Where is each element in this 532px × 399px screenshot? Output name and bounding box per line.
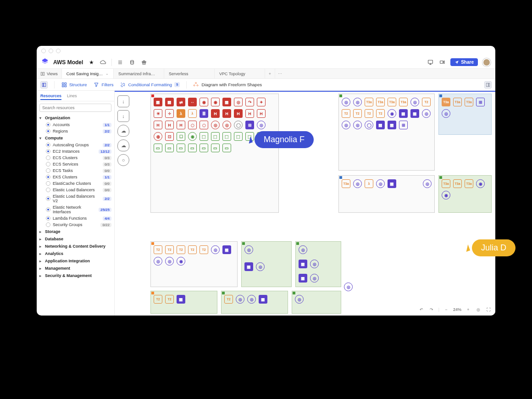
cursor-label: Julia D xyxy=(472,239,515,256)
resource-item[interactable]: Autoscaling Groups2/2 xyxy=(37,142,114,148)
stencil-download2-icon[interactable]: ↓ xyxy=(117,110,129,122)
zoom-out-icon[interactable]: − xyxy=(443,306,449,313)
resource-item[interactable]: ECS Tasks0/0 xyxy=(37,167,114,174)
tab-cost-saving[interactable]: Cost Saving Insig… ⌄ xyxy=(62,69,114,78)
diagram-mode-button[interactable]: Diagram with Freeform Shapes xyxy=(193,82,261,88)
add-tab-button[interactable]: + xyxy=(265,69,275,78)
stencil-download-icon[interactable]: ↓ xyxy=(117,95,129,107)
video-icon[interactable] xyxy=(438,59,446,66)
resource-item[interactable]: Elastic Load Balancers0/0 xyxy=(37,187,114,193)
group-header[interactable]: ▾Compute xyxy=(37,134,114,142)
cluster-green-small[interactable]: T3aT3aT3a ◉◉ xyxy=(438,175,492,213)
resource-item[interactable]: Security Groups0/22 xyxy=(37,222,114,228)
star-icon[interactable]: ★ xyxy=(88,59,95,66)
fit-icon[interactable]: ◎ xyxy=(475,306,482,313)
views-toggle[interactable]: Views xyxy=(37,69,62,78)
visibility-toggle-icon[interactable] xyxy=(46,196,50,201)
cluster-row2-3[interactable]: ◎ xyxy=(292,291,341,314)
divider xyxy=(111,59,112,66)
group-header[interactable]: ▸Analytics xyxy=(37,250,114,257)
traffic-close[interactable] xyxy=(41,49,46,53)
zoom-level[interactable]: 24% xyxy=(453,307,461,312)
resource-item[interactable]: Elastic Network Interfaces25/25 xyxy=(37,204,114,215)
present-icon[interactable] xyxy=(427,59,434,66)
cluster-row2-2[interactable]: T2◎◎ ▦ xyxy=(221,291,288,314)
redo-icon[interactable]: ↷ xyxy=(428,306,435,313)
visibility-toggle-icon[interactable] xyxy=(46,175,50,179)
traffic-minimize[interactable] xyxy=(49,49,53,53)
user-avatar[interactable] xyxy=(482,58,491,66)
visibility-toggle-icon[interactable] xyxy=(46,216,50,221)
share-button[interactable]: Share xyxy=(450,58,478,66)
visibility-toggle-icon[interactable] xyxy=(46,168,50,173)
right-panel-toggle[interactable] xyxy=(484,81,492,89)
traffic-zoom[interactable] xyxy=(56,49,61,53)
filters-button[interactable]: Filters xyxy=(94,82,114,88)
diagram-canvas[interactable]: ↓ ↓ ☁ ☁ ○ ▦▦⇄↔◉◉ ▦◎↷✦☀✧ λλ≣HH HHHHH H◌◌◎… xyxy=(115,92,495,316)
visibility-toggle-icon[interactable] xyxy=(46,162,50,166)
tab-summarized-infra[interactable]: Summarized Infra… xyxy=(114,69,164,78)
stencil-cloud2-icon[interactable]: ☁ xyxy=(117,139,129,151)
cluster-bottom-gray[interactable]: T2T2T2T2T2 ◎▦◎◎ ◉ xyxy=(150,241,238,287)
svg-rect-7 xyxy=(42,83,44,87)
layout-toggle-icon[interactable] xyxy=(40,81,48,89)
svg-rect-13 xyxy=(486,83,488,87)
group-header[interactable]: ▸Security & Management xyxy=(37,272,114,279)
document-title[interactable]: AWS Model xyxy=(53,59,83,66)
visibility-toggle-icon[interactable] xyxy=(46,143,50,147)
cluster-green-1[interactable]: ◎ ▦◎ xyxy=(241,241,292,287)
conditional-formatting-button[interactable]: Conditional Formatting 5 xyxy=(120,82,180,88)
visibility-toggle-icon[interactable] xyxy=(46,181,50,186)
resource-tree[interactable]: ▾OrganizationAccounts1/1Regions2/2▾Compu… xyxy=(37,114,114,316)
visibility-toggle-icon[interactable] xyxy=(46,188,50,192)
search-input[interactable] xyxy=(39,104,111,112)
resource-item[interactable]: Accounts1/1 xyxy=(37,122,114,128)
resource-item[interactable]: Elastic Load Balancers V22/2 xyxy=(37,193,114,204)
group-header[interactable]: ▸Database xyxy=(37,235,114,243)
cluster-green-2[interactable]: ◎ ▦◎ ▦◎ xyxy=(295,241,341,287)
stencil-cloud-icon[interactable]: ☁ xyxy=(117,125,129,137)
svg-rect-10 xyxy=(65,83,66,84)
group-header[interactable]: ▸Networking & Content Delivery xyxy=(37,243,114,250)
group-header[interactable]: ▸Storage xyxy=(37,228,114,235)
cluster-topright-gray[interactable]: ◎◎T3aT3aT3aT3a ◎T2T2T2T2T2 ◉▦▦◎◎◎ ◯▦▦⊞ xyxy=(338,94,435,171)
resource-item[interactable]: EC2 Instances12/12 xyxy=(37,148,114,155)
visibility-toggle-icon[interactable] xyxy=(46,155,50,160)
tab-vpc-topology[interactable]: VPC Topology xyxy=(215,69,265,78)
cloud-sync-icon[interactable] xyxy=(100,59,107,66)
resource-item[interactable]: Lambda Functions4/4 xyxy=(37,215,114,222)
group-header[interactable]: ▾Organization xyxy=(37,114,114,122)
structure-button[interactable]: Structure xyxy=(61,82,87,88)
cluster-main[interactable]: ▦▦⇄↔◉◉ ▦◎↷✦☀✧ λλ≣HH HHHHH H◌◌◎◎ ◯⊞◎◍⊡ ☐◉… xyxy=(150,94,279,213)
tab-overflow-button[interactable]: ⋯ xyxy=(275,69,285,78)
menu-icon[interactable] xyxy=(116,59,124,66)
sidebar-tab-resources[interactable]: Resources xyxy=(40,93,61,100)
gift-icon[interactable] xyxy=(140,59,148,66)
cluster-midright-gray[interactable]: T3a◎λ◎ ▦ ◎ xyxy=(338,175,435,213)
tab-serverless[interactable]: Serverless xyxy=(164,69,215,78)
undo-icon[interactable]: ↶ xyxy=(418,306,425,313)
group-header[interactable]: ▸Application Integration xyxy=(37,257,114,265)
visibility-toggle-icon[interactable] xyxy=(46,149,50,154)
resource-item[interactable]: ElastiCache Clusters0/0 xyxy=(37,180,114,187)
floating-node[interactable]: ◎ xyxy=(344,283,353,291)
visibility-toggle-icon[interactable] xyxy=(46,222,50,227)
visibility-toggle-icon[interactable] xyxy=(46,122,50,127)
resource-item[interactable]: ECS Services0/3 xyxy=(37,161,114,167)
window-titlebar xyxy=(37,46,495,56)
sidebar-tab-lines[interactable]: Lines xyxy=(67,93,77,100)
canvas-viewport[interactable]: ↓ ↓ ☁ ☁ ○ ▦▦⇄↔◉◉ ▦◎↷✦☀✧ λλ≣HH HHHHH H◌◌◎… xyxy=(115,91,495,316)
fullscreen-icon[interactable]: ⛶ xyxy=(485,306,492,313)
stack-icon[interactable] xyxy=(128,59,136,66)
group-header[interactable]: ▸Management xyxy=(37,265,114,272)
resource-item[interactable]: ECS Clusters0/3 xyxy=(37,155,114,161)
resource-item[interactable]: Regions2/2 xyxy=(37,128,114,134)
zoom-in-icon[interactable]: + xyxy=(465,306,471,313)
cluster-row2-1[interactable]: T2T2 ▦ xyxy=(150,291,217,314)
cluster-az-1[interactable]: T3aT3aT3a ⊞◎ xyxy=(438,94,492,135)
visibility-toggle-icon[interactable] xyxy=(46,129,50,133)
filter-icon xyxy=(94,82,100,88)
stencil-circle-icon[interactable]: ○ xyxy=(117,154,129,166)
resource-item[interactable]: EKS Clusters1/1 xyxy=(37,174,114,180)
visibility-toggle-icon[interactable] xyxy=(46,207,50,212)
